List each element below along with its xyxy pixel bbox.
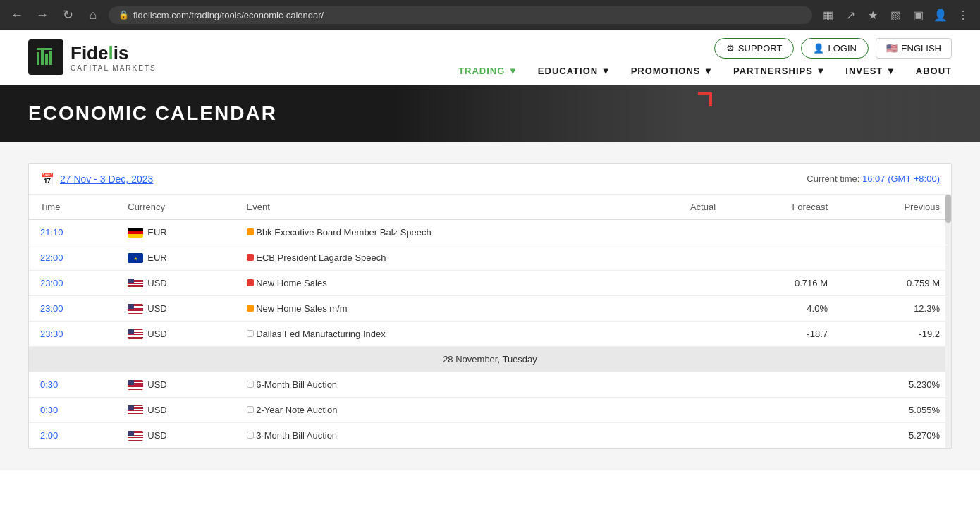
table-wrapper: Time Currency Event Actual Forecast Prev… — [29, 195, 951, 448]
event-name[interactable]: 2-Year Note Auction — [235, 398, 635, 423]
table-header-row: Time Currency Event Actual Forecast Prev… — [29, 195, 951, 220]
login-button[interactable]: 👤 LOGIN — [801, 38, 868, 59]
event-name[interactable]: New Home Sales m/m — [235, 296, 635, 322]
profile-button[interactable]: 👤 — [931, 5, 950, 25]
flag-usd — [128, 431, 143, 441]
col-time: Time — [29, 195, 116, 220]
importance-dot — [247, 279, 254, 286]
event-name[interactable]: ECB President Lagarde Speech — [235, 245, 635, 271]
flag-usd — [128, 329, 143, 339]
table-row: 21:10 EUR Bbk Executive Board Member Bal… — [29, 220, 951, 245]
importance-dot — [247, 330, 254, 337]
importance-dot — [247, 381, 254, 388]
url-text: fideliscm.com/trading/tools/economic-cal… — [133, 10, 324, 20]
event-actual — [635, 398, 727, 423]
menu-button[interactable]: ⋮ — [953, 5, 973, 25]
nav-about[interactable]: ABOUT — [916, 66, 952, 76]
event-name[interactable]: Bbk Executive Board Member Balz Speech — [235, 220, 635, 245]
table-row: 0:30 USD 2-Year Note Auction — [29, 398, 951, 423]
event-actual — [635, 271, 727, 296]
col-forecast: Forecast — [727, 195, 839, 220]
browser-chrome: ← → ↻ ⌂ 🔒 fideliscm.com/trading/tools/ec… — [0, 0, 980, 30]
main-content: 📅 27 Nov - 3 Dec, 2023 Current time: 16:… — [0, 142, 980, 470]
event-actual — [635, 245, 727, 271]
event-previous: 5.055% — [839, 398, 951, 423]
support-button[interactable]: ⚙ SUPPORT — [714, 38, 795, 59]
event-time: 23:00 — [29, 271, 116, 296]
flag-usd — [128, 279, 143, 288]
svg-rect-4 — [37, 48, 52, 50]
event-previous: -19.2 — [839, 322, 951, 347]
table-row: 0:30 USD 6-Month Bill Auction — [29, 372, 951, 398]
screenshot-button[interactable]: ▦ — [818, 5, 838, 25]
current-time-value[interactable]: 16:07 (GMT +8:00) — [862, 173, 940, 184]
event-forecast — [727, 372, 839, 398]
nav-trading[interactable]: TRADING ▼ — [458, 66, 518, 76]
scrollbar-thumb[interactable] — [945, 195, 951, 223]
table-row: 23:00 USD New Home Sales m/m 4. — [29, 296, 951, 322]
scrollbar-track[interactable] — [945, 195, 951, 448]
window-button[interactable]: ▣ — [908, 5, 928, 25]
event-name[interactable]: 3-Month Bill Auction — [235, 423, 635, 448]
day-separator: 28 November, Tuesday — [29, 347, 951, 372]
event-forecast — [727, 398, 839, 423]
event-currency: USD — [116, 296, 235, 322]
support-label: SUPPORT — [738, 43, 783, 54]
date-range: 📅 27 Nov - 3 Dec, 2023 — [40, 172, 153, 185]
event-actual — [635, 372, 727, 398]
calendar-icon: 📅 — [40, 172, 54, 185]
nav-promotions[interactable]: PROMOTIONS ▼ — [631, 66, 713, 76]
col-currency: Currency — [116, 195, 235, 220]
hero-banner: ECONOMIC CALENDAR — [0, 85, 980, 142]
hero-accent — [698, 92, 712, 106]
event-actual — [635, 296, 727, 322]
login-label: LOGIN — [828, 43, 856, 54]
calendar-table: Time Currency Event Actual Forecast Prev… — [29, 195, 951, 448]
svg-rect-3 — [49, 51, 52, 65]
nav-partnerships[interactable]: PARTNERSHIPS ▼ — [733, 66, 826, 76]
date-range-link[interactable]: 27 Nov - 3 Dec, 2023 — [60, 173, 153, 185]
flag-de — [128, 228, 143, 238]
col-event: Event — [235, 195, 635, 220]
home-button[interactable]: ⌂ — [83, 5, 103, 25]
table-row: 22:00 EUR ECB President Lagarde Speech — [29, 245, 951, 271]
logo-name: Fidelis — [71, 42, 157, 64]
event-currency: USD — [116, 322, 235, 347]
extension-button[interactable]: ▧ — [886, 5, 905, 25]
logo-area[interactable]: Fidelis CAPITAL MARKETS — [28, 39, 157, 75]
event-time: 0:30 — [29, 372, 116, 398]
event-name[interactable]: New Home Sales — [235, 271, 635, 296]
bookmark-button[interactable]: ★ — [863, 5, 883, 25]
event-currency: USD — [116, 372, 235, 398]
col-actual: Actual — [635, 195, 727, 220]
refresh-button[interactable]: ↻ — [58, 5, 78, 25]
forward-button[interactable]: → — [32, 5, 52, 25]
event-forecast — [727, 220, 839, 245]
address-bar[interactable]: 🔒 fideliscm.com/trading/tools/economic-c… — [109, 6, 812, 24]
nav-education[interactable]: EDUCATION ▼ — [538, 66, 611, 76]
lock-icon: 🔒 — [118, 10, 129, 20]
browser-actions: ▦ ↗ ★ ▧ ▣ 👤 ⋮ — [818, 5, 973, 25]
language-button[interactable]: 🇺🇸 ENGLISH — [876, 38, 952, 59]
event-previous: 5.270% — [839, 423, 951, 448]
importance-dot — [247, 228, 254, 235]
login-icon: 👤 — [813, 43, 824, 54]
current-time: Current time: 16:07 (GMT +8:00) — [807, 173, 940, 184]
header-right: ⚙ SUPPORT 👤 LOGIN 🇺🇸 ENGLISH TRADING ▼ E… — [458, 38, 952, 76]
share-button[interactable]: ↗ — [840, 5, 860, 25]
flag-usd — [128, 380, 143, 390]
event-previous — [839, 245, 951, 271]
event-time: 23:00 — [29, 296, 116, 322]
event-actual — [635, 423, 727, 448]
importance-dot — [247, 254, 254, 261]
event-name[interactable]: 6-Month Bill Auction — [235, 372, 635, 398]
event-actual — [635, 322, 727, 347]
event-previous: 0.759 M — [839, 271, 951, 296]
nav-invest[interactable]: INVEST ▼ — [845, 66, 895, 76]
event-previous — [839, 220, 951, 245]
back-button[interactable]: ← — [7, 5, 27, 25]
event-name[interactable]: Dallas Fed Manufacturing Index — [235, 322, 635, 347]
day-separator-row: 28 November, Tuesday — [29, 347, 951, 372]
col-previous: Previous — [839, 195, 951, 220]
event-time: 0:30 — [29, 398, 116, 423]
